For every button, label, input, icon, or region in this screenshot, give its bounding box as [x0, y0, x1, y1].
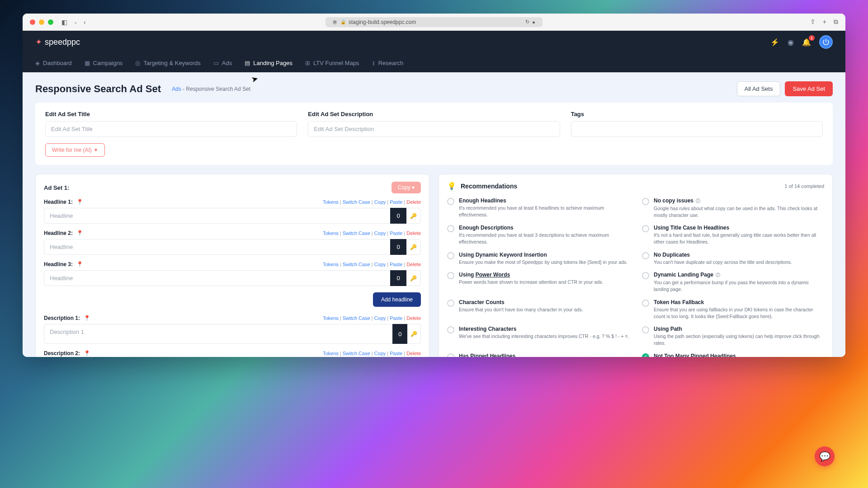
- description-field: Description 2: 📍 Tokens|Switch Case|Copy…: [44, 350, 421, 357]
- nav-ads[interactable]: ▭Ads: [213, 55, 232, 71]
- tokens-link[interactable]: Tokens: [323, 315, 339, 321]
- switch-case-link[interactable]: Switch Case: [343, 230, 370, 236]
- delete-link[interactable]: Delete: [406, 262, 421, 267]
- field-actions: Tokens|Switch Case|Copy|Paste|Delete: [323, 262, 421, 267]
- headline-input[interactable]: [44, 239, 390, 255]
- paste-link[interactable]: Paste: [390, 230, 402, 236]
- pin-icon[interactable]: 📍: [76, 199, 83, 205]
- reader-mode-icon[interactable]: ●: [532, 19, 535, 25]
- switch-case-link[interactable]: Switch Case: [343, 262, 370, 267]
- nav-campaigns[interactable]: ▦Campaigns: [85, 55, 123, 71]
- avatar[interactable]: [819, 35, 833, 49]
- recommendation-name: Dynamic Landing Page ⓘ: [654, 272, 824, 278]
- address-bar[interactable]: ⛨ 🔒 staging-build.speedppc.com ↻ ●: [326, 17, 542, 27]
- dropdown-icon[interactable]: ⌄: [74, 19, 77, 24]
- tokens-link[interactable]: Tokens: [323, 262, 339, 267]
- description-input[interactable]: [44, 324, 392, 344]
- paste-link[interactable]: Paste: [390, 199, 402, 205]
- recommendation-item: Using Power Words Power words have shown…: [447, 272, 629, 292]
- status-circle-icon: [447, 326, 454, 333]
- tags-input[interactable]: [571, 121, 823, 137]
- recommendation-desc: Power words have shown to increase atten…: [459, 279, 629, 286]
- headline-input[interactable]: [44, 208, 390, 224]
- copy-link[interactable]: Copy: [374, 315, 386, 321]
- back-icon[interactable]: ‹: [84, 19, 86, 26]
- all-ad-sets-button[interactable]: All Ad Sets: [737, 81, 781, 96]
- delete-link[interactable]: Delete: [406, 230, 421, 236]
- delete-link[interactable]: Delete: [406, 351, 421, 356]
- field-actions: Tokens|Switch Case|Copy|Paste|Delete: [323, 315, 421, 321]
- nav-landing-pages[interactable]: ▤Landing Pages: [245, 55, 292, 71]
- tokens-link[interactable]: Tokens: [323, 230, 339, 236]
- paste-link[interactable]: Paste: [390, 262, 402, 267]
- ads-icon: ▭: [213, 60, 219, 66]
- bolt-icon[interactable]: ⚡: [770, 38, 779, 47]
- recommendation-desc: Google has rules about what copy can be …: [654, 205, 824, 218]
- pin-icon[interactable]: 📍: [76, 261, 83, 267]
- nav-dashboard[interactable]: ◈Dashboard: [35, 55, 72, 71]
- help-icon[interactable]: ◉: [788, 38, 794, 47]
- lock-icon[interactable]: 🔑: [406, 208, 421, 224]
- share-icon[interactable]: ⇧: [810, 18, 816, 26]
- copy-link[interactable]: Copy: [374, 230, 386, 236]
- nav-targeting[interactable]: ◎Targeting & Keywords: [135, 55, 200, 71]
- breadcrumb-root[interactable]: Ads: [172, 86, 181, 92]
- recommendation-item: Dynamic Landing Page ⓘ You can get a per…: [642, 272, 824, 292]
- sparkle-icon: ✦: [94, 147, 98, 153]
- add-headline-button[interactable]: Add headline: [373, 292, 421, 307]
- logo-mark-icon: ✦: [35, 37, 42, 47]
- logo[interactable]: ✦ speedppc: [35, 37, 80, 47]
- reader-icon[interactable]: ↻: [525, 19, 529, 25]
- status-circle-icon: [642, 300, 649, 307]
- close-window-icon[interactable]: [30, 19, 35, 25]
- write-for-me-button[interactable]: Write for me (AI) ✦: [45, 143, 105, 157]
- copy-adset-button[interactable]: Copy ▾: [392, 182, 421, 193]
- maximize-window-icon[interactable]: [48, 19, 53, 25]
- bell-icon[interactable]: 🔔1: [802, 38, 811, 47]
- copy-link[interactable]: Copy: [374, 351, 386, 356]
- tokens-link[interactable]: Tokens: [323, 351, 339, 356]
- headline-input[interactable]: [44, 270, 390, 286]
- switch-case-link[interactable]: Switch Case: [343, 199, 370, 205]
- new-tab-icon[interactable]: +: [823, 18, 826, 26]
- paste-link[interactable]: Paste: [390, 315, 402, 321]
- sidebar-toggle-icon[interactable]: ◧: [61, 19, 67, 26]
- copy-link[interactable]: Copy: [374, 262, 386, 267]
- recommendations-title: Recommendations: [461, 183, 517, 190]
- recommendation-item: Using Path Using the path section (espec…: [642, 326, 824, 346]
- pin-icon[interactable]: 📍: [76, 230, 83, 236]
- delete-link[interactable]: Delete: [406, 199, 421, 205]
- lock-icon[interactable]: 🔑: [406, 239, 421, 255]
- nav-funnel-maps[interactable]: ⊞LTV Funnel Maps: [305, 55, 359, 71]
- status-circle-icon: [447, 198, 454, 205]
- lock-icon[interactable]: 🔑: [406, 270, 421, 286]
- recommendation-desc: It's recommended you have at least 3 des…: [459, 232, 629, 245]
- save-ad-set-button[interactable]: Save Ad Set: [785, 81, 833, 96]
- pin-icon[interactable]: 📍: [84, 350, 90, 357]
- dashboard-icon: ◈: [35, 60, 40, 66]
- pin-icon[interactable]: 📍: [84, 315, 90, 321]
- recommendation-name: Using Dynamic Keyword Insertion: [459, 252, 629, 258]
- field-actions: Tokens|Switch Case|Copy|Paste|Delete: [323, 199, 421, 205]
- copy-link[interactable]: Copy: [374, 199, 386, 205]
- switch-case-link[interactable]: Switch Case: [343, 351, 370, 356]
- research-icon: ⫿: [372, 60, 375, 66]
- notification-badge: 1: [809, 35, 815, 41]
- recommendation-name: Using Path: [654, 326, 824, 332]
- brand-name: speedppc: [45, 38, 80, 47]
- help-fab[interactable]: 💬: [815, 446, 835, 466]
- desc-input[interactable]: [308, 121, 560, 137]
- nav-research[interactable]: ⫿Research: [372, 55, 404, 71]
- title-input[interactable]: [45, 121, 297, 137]
- browser-titlebar: ◧ ⌄ ‹ ⛨ 🔒 staging-build.speedppc.com ↻ ●…: [23, 14, 845, 31]
- tabs-icon[interactable]: ⧉: [834, 18, 838, 26]
- tokens-link[interactable]: Tokens: [323, 199, 339, 205]
- recommendation-desc: It's recommended you have at least 6 hea…: [459, 205, 629, 218]
- lock-icon[interactable]: 🔑: [407, 324, 421, 344]
- char-counter: 0: [392, 324, 407, 344]
- delete-link[interactable]: Delete: [406, 315, 421, 321]
- switch-case-link[interactable]: Switch Case: [343, 315, 370, 321]
- minimize-window-icon[interactable]: [39, 19, 44, 25]
- paste-link[interactable]: Paste: [390, 351, 402, 356]
- recommendation-name: Enough Headlines: [459, 197, 629, 204]
